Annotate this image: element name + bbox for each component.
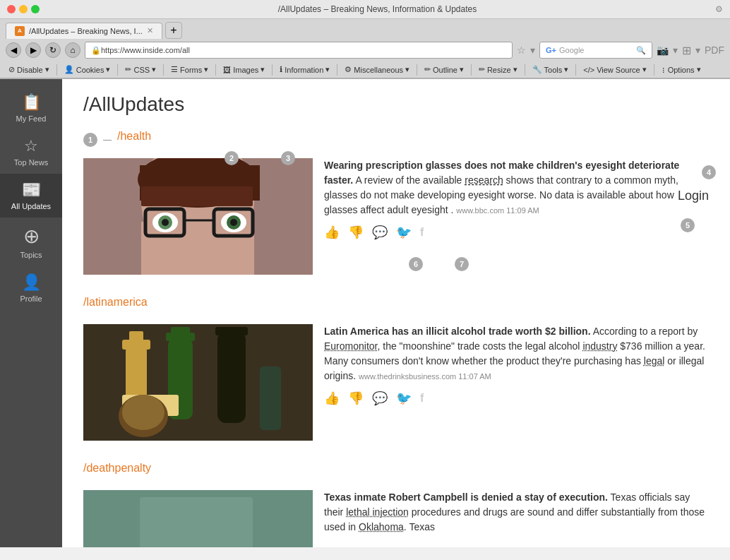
bookmarks-icon[interactable]: ⊞: [682, 44, 691, 57]
latinamerica-image: [83, 324, 313, 441]
css-icon: ✏: [125, 65, 131, 74]
forward-button[interactable]: ▶: [25, 42, 41, 58]
tools-button[interactable]: 🔧 Tools ▾: [528, 64, 573, 76]
category-row-health: 1 — /health: [83, 130, 709, 150]
article-deathpenalty: /deathpenalty: [83, 462, 709, 547]
latinamerica-upvote[interactable]: 👍: [324, 391, 340, 406]
images-button[interactable]: 🖼 Images ▾: [219, 64, 269, 76]
outline-button[interactable]: ✏ Outline ▾: [420, 64, 468, 76]
sidebar-item-profile-label: Profile: [20, 294, 42, 303]
app-container: 📋 My Feed ☆ Top News 📰 All Updates ⊕ Top…: [0, 79, 730, 547]
svg-point-26: [122, 395, 164, 430]
category-latinamerica-link[interactable]: /latinamerica: [83, 296, 148, 309]
toolbar-sep-7: [417, 64, 417, 76]
category-health-link[interactable]: /health: [117, 130, 151, 143]
sidebar-item-topnews-label: Top News: [14, 158, 48, 167]
menu-icon[interactable]: ▾: [673, 44, 678, 56]
toolbar-sep-11: [654, 64, 654, 76]
svg-point-14: [230, 219, 237, 226]
forms-icon: ☰: [171, 65, 178, 74]
category-row-deathpenalty: /deathpenalty: [83, 462, 709, 482]
tab-close-icon[interactable]: ✕: [147, 26, 153, 35]
camera-icon[interactable]: 📷: [657, 44, 669, 56]
images-icon: 🖼: [223, 66, 231, 74]
deathpenalty-headline: Texas inmate Robert Campbell is denied a…: [324, 490, 709, 535]
health-upvote[interactable]: 👍: [324, 225, 340, 240]
new-tab-button[interactable]: +: [165, 22, 182, 39]
sidebar-item-topics[interactable]: ⊕ Topics: [0, 218, 62, 266]
sidebar: 📋 My Feed ☆ Top News 📰 All Updates ⊕ Top…: [0, 79, 62, 547]
category-row-latinamerica: /latinamerica: [83, 296, 709, 316]
cookies-button[interactable]: 👤 Cookies ▾: [60, 64, 115, 76]
deathpenalty-text: Texas inmate Robert Campbell is denied a…: [324, 490, 709, 547]
view-source-chevron: ▾: [642, 65, 647, 74]
category-deathpenalty-link[interactable]: /deathpenalty: [83, 462, 151, 475]
minimize-button[interactable]: [19, 5, 28, 13]
view-source-button[interactable]: </> View Source ▾: [579, 64, 650, 76]
health-comment[interactable]: 💬: [372, 225, 388, 240]
latinamerica-downvote[interactable]: 👎: [348, 391, 364, 406]
bookmark-icon[interactable]: ☆: [517, 44, 526, 56]
sidebar-item-allupdates-label: All Updates: [11, 202, 51, 210]
toolbar-sep-1: [56, 64, 57, 76]
annotation-7: 7: [455, 257, 469, 271]
health-source: www.bbc.com 11:09 AM: [456, 206, 539, 215]
svg-rect-27: [260, 367, 281, 430]
annotation-4: 4: [702, 165, 716, 179]
title-bar: /AllUpdates – Breaking News, Information…: [0, 0, 730, 19]
url-input[interactable]: 🔒 https://www.inside.com/all: [85, 42, 513, 59]
tools-icon: 🔧: [532, 65, 542, 74]
maximize-button[interactable]: [31, 5, 40, 13]
tab-bar: A /AllUpdates – Breaking News, I... ✕ +: [0, 19, 730, 39]
health-text: 4 5 Wearing prescription glasses does no…: [324, 158, 709, 275]
disable-button[interactable]: ⊘ Disable ▾: [4, 64, 54, 76]
latinamerica-facebook[interactable]: f: [420, 392, 424, 405]
topnews-icon: ☆: [24, 137, 38, 155]
address-bar: ◀ ▶ ↻ ⌂ 🔒 https://www.inside.com/all ☆ ▾…: [0, 39, 730, 61]
topics-icon: ⊕: [23, 225, 40, 248]
information-button[interactable]: ℹ Information ▾: [275, 64, 334, 76]
myfeed-icon: 📋: [22, 93, 41, 112]
sidebar-item-topnews[interactable]: ☆ Top News: [0, 130, 62, 174]
css-button[interactable]: ✏ CSS ▾: [121, 64, 160, 76]
options-button[interactable]: ⫶ Options ▾: [657, 64, 705, 76]
active-tab[interactable]: A /AllUpdates – Breaking News, I... ✕: [6, 23, 162, 39]
options-icon: ⫶: [662, 66, 666, 74]
page-title: /AllUpdates: [83, 93, 709, 116]
view-source-icon: </>: [583, 66, 594, 74]
sidebar-item-profile[interactable]: 👤 Profile: [0, 266, 62, 310]
latinamerica-source: www.thedrinksbusiness.com 11:07 AM: [359, 372, 491, 381]
health-content: 2 3 4 5 Wearing prescription glasses doe…: [83, 158, 709, 275]
health-twitter[interactable]: 🐦: [396, 225, 412, 240]
health-downvote[interactable]: 👎: [348, 225, 364, 240]
options-chevron: ▾: [697, 65, 701, 74]
latinamerica-comment[interactable]: 💬: [372, 391, 388, 406]
health-facebook[interactable]: f: [420, 226, 424, 239]
cookies-icon: 👤: [64, 65, 74, 74]
tools-chevron: ▾: [564, 65, 568, 74]
miscellaneous-button[interactable]: ⚙ Miscellaneous ▾: [340, 64, 414, 76]
latinamerica-twitter[interactable]: 🐦: [396, 391, 412, 406]
annotation-6: 6: [409, 257, 423, 271]
refresh-button[interactable]: ↻: [45, 42, 61, 58]
home-button[interactable]: ⌂: [65, 42, 80, 58]
close-button[interactable]: [7, 5, 16, 13]
search-placeholder: Google: [559, 46, 633, 54]
url-text: https://www.inside.com/all: [101, 46, 190, 54]
latinamerica-actions: 👍 👎 💬 🐦 f: [324, 391, 709, 406]
latinamerica-content: Latin America has an illicit alcohol tra…: [83, 324, 709, 441]
search-input[interactable]: G+ Google 🔍: [539, 42, 652, 59]
pdf-icon[interactable]: PDF: [705, 44, 724, 56]
sidebar-item-allupdates[interactable]: 📰 All Updates: [0, 174, 62, 218]
toolbar-sep-5: [272, 64, 273, 76]
toolbar-sep-3: [163, 64, 164, 76]
bookmark-down-icon[interactable]: ▾: [530, 44, 535, 56]
disable-icon: ⊘: [8, 65, 15, 74]
back-button[interactable]: ◀: [6, 42, 21, 58]
sidebar-item-myfeed[interactable]: 📋 My Feed: [0, 86, 62, 130]
window-title: /AllUpdates – Breaking News, Information…: [45, 4, 710, 14]
forms-button[interactable]: ☰ Forms ▾: [167, 64, 213, 76]
annotation-2: 2: [225, 151, 239, 165]
resize-button[interactable]: ✏ Resize ▾: [474, 64, 522, 76]
download-icon[interactable]: ▾: [695, 44, 700, 56]
